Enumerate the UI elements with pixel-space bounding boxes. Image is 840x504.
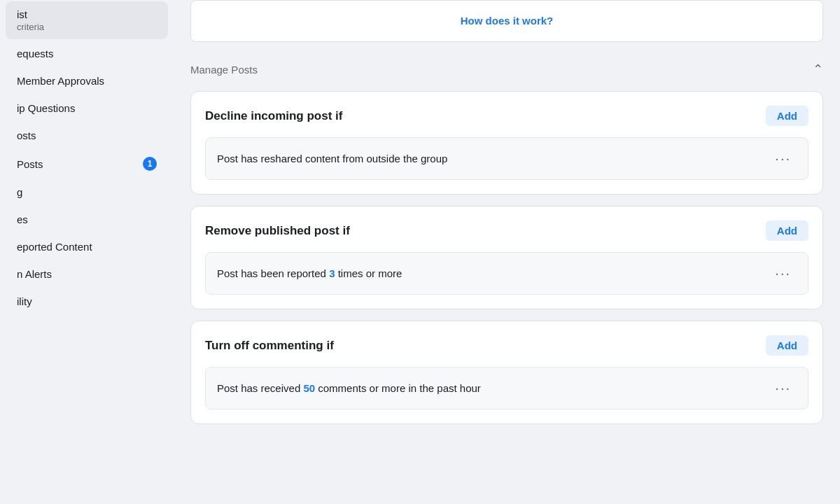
how-it-works-card: How does it work?: [190, 0, 823, 42]
rule-item-comments-text: Post has received 50 comments or more in…: [217, 381, 481, 396]
decline-add-button[interactable]: Add: [766, 106, 808, 126]
decline-card: Decline incoming post if Add Post has re…: [190, 91, 823, 195]
sidebar-item-label: Posts: [17, 158, 43, 170]
sidebar-item-member-approvals[interactable]: Member Approvals: [6, 68, 168, 94]
more-options-icon[interactable]: ···: [769, 377, 797, 399]
sidebar-item-label: n Alerts: [17, 268, 52, 280]
sidebar-item-reported-content[interactable]: eported Content: [6, 234, 168, 260]
chevron-up-icon[interactable]: ⌃: [813, 62, 823, 77]
decline-card-title: Decline incoming post if: [205, 109, 342, 123]
remove-card-title: Remove published post if: [205, 224, 350, 238]
manage-posts-title: Manage Posts: [190, 64, 258, 76]
sidebar-item-label: equests: [17, 48, 54, 59]
rule-item-comments: Post has received 50 comments or more in…: [205, 367, 808, 410]
remove-card: Remove published post if Add Post has be…: [190, 206, 823, 309]
sidebar-item-sublabel: criteria: [17, 22, 157, 32]
sidebar-item-label: ist: [17, 8, 27, 20]
remove-add-button[interactable]: Add: [766, 220, 808, 241]
sidebar-item-label: ip Questions: [17, 102, 75, 114]
sidebar-item-posts[interactable]: osts: [6, 122, 168, 148]
more-options-icon[interactable]: ···: [769, 262, 797, 284]
sidebar-item-quality[interactable]: ility: [6, 288, 168, 314]
sidebar-item-label: Member Approvals: [17, 75, 104, 87]
sidebar-item-label: ility: [17, 295, 32, 307]
decline-card-header: Decline incoming post if Add: [205, 106, 808, 126]
sidebar-item-requests[interactable]: equests: [6, 41, 168, 66]
reported-count-highlight: 3: [329, 267, 335, 279]
rule-item-reshared: Post has reshared content from outside t…: [205, 137, 808, 180]
main-content: How does it work? Manage Posts ⌃ Decline…: [174, 0, 840, 504]
manage-posts-header: Manage Posts ⌃: [190, 53, 823, 85]
sidebar-item-label: eported Content: [17, 241, 92, 253]
sidebar-item-label: g: [17, 186, 22, 198]
sidebar-item-questions[interactable]: ip Questions: [6, 95, 168, 121]
rule-item-reshared-text: Post has reshared content from outside t…: [217, 151, 447, 166]
sidebar: ist criteria equests Member Approvals ip…: [0, 0, 174, 504]
remove-card-header: Remove published post if Add: [205, 220, 808, 241]
sidebar-item-tagging[interactable]: g: [6, 179, 168, 205]
sidebar-item-label: osts: [17, 130, 36, 141]
sidebar-item-rules[interactable]: es: [6, 206, 168, 232]
comments-count-highlight: 50: [303, 382, 315, 394]
how-it-works-link[interactable]: How does it work?: [461, 15, 554, 27]
sidebar-item-label: es: [17, 214, 28, 225]
sidebar-item-alerts[interactable]: n Alerts: [6, 261, 168, 287]
more-options-icon[interactable]: ···: [769, 148, 797, 169]
commenting-card-title: Turn off commenting if: [205, 339, 334, 353]
commenting-add-button[interactable]: Add: [766, 335, 808, 356]
commenting-card: Turn off commenting if Add Post has rece…: [190, 321, 823, 424]
sidebar-item-list[interactable]: ist criteria: [6, 1, 168, 39]
scheduled-posts-badge: 1: [143, 157, 157, 171]
sidebar-item-scheduled-posts[interactable]: Posts 1: [6, 150, 168, 178]
rule-item-reported: Post has been reported 3 times or more ·…: [205, 252, 808, 295]
commenting-card-header: Turn off commenting if Add: [205, 335, 808, 356]
rule-item-reported-text: Post has been reported 3 times or more: [217, 266, 402, 281]
